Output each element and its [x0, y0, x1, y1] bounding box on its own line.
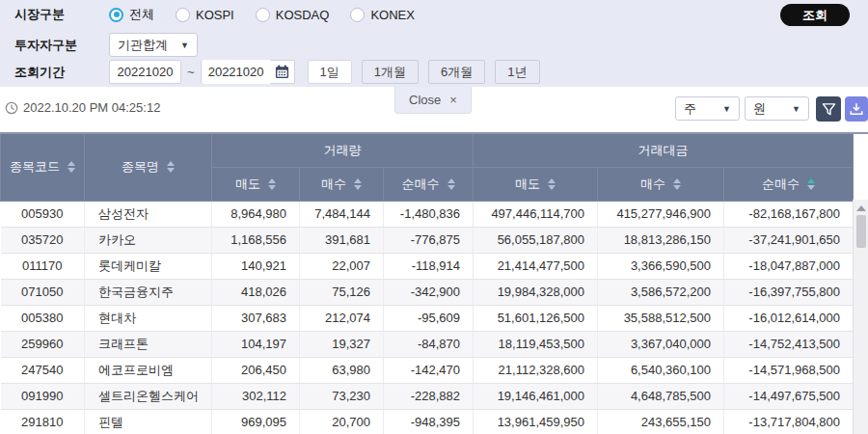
search-button[interactable]: 조회	[780, 4, 850, 26]
cell-val_net: -14,752,413,500	[724, 331, 854, 357]
table-body: 005930삼성전자8,964,9807,484,144-1,480,83649…	[1, 201, 854, 434]
cell-val_sell: 19,146,461,000	[474, 383, 598, 409]
cell-vol_sell: 104,197	[212, 331, 300, 357]
tab-close[interactable]: Close ×	[394, 87, 472, 114]
table-row[interactable]: 291810핀텔969,09520,700-948,39513,961,459,…	[1, 409, 854, 434]
cell-vol_sell: 140,921	[212, 253, 300, 279]
cell-vol_net: -118,914	[384, 253, 474, 279]
filter-button[interactable]	[816, 96, 841, 122]
scrollbar-thumb[interactable]	[856, 215, 866, 248]
cell-code: 035720	[1, 227, 85, 253]
clock-icon	[5, 101, 18, 115]
table-row[interactable]: 071050한국금융지주418,02675,126-342,90019,984,…	[1, 279, 854, 305]
cell-code: 259960	[1, 331, 85, 357]
radio-icon	[176, 8, 190, 22]
cell-val_net: -82,168,167,800	[724, 201, 854, 227]
cell-val_buy: 415,277,946,900	[598, 201, 724, 227]
table-row[interactable]: 091990셀트리온헬스케어302,11273,230-228,88219,14…	[1, 383, 854, 409]
cell-val_sell: 19,984,328,000	[474, 279, 598, 305]
radio-all[interactable]: 전체	[109, 6, 154, 23]
unit-currency-select[interactable]: 원 ▼	[745, 96, 809, 121]
table-row[interactable]: 005930삼성전자8,964,9807,484,144-1,480,83649…	[1, 201, 854, 227]
sort-icon[interactable]	[68, 161, 75, 173]
cell-vol_sell: 206,450	[212, 357, 300, 383]
market-type-label: 시장구분	[14, 6, 109, 23]
cell-code: 011170	[1, 253, 85, 279]
radio-kospi[interactable]: KOSPI	[176, 8, 234, 22]
cell-vol_sell: 969,095	[212, 409, 300, 434]
cell-val_buy: 3,366,590,500	[598, 253, 724, 279]
col-header-volume-net[interactable]: 순매수	[384, 167, 474, 201]
col-header-value-sell[interactable]: 매도	[474, 167, 598, 201]
sort-icon[interactable]	[354, 178, 362, 190]
cell-val_net: -13,717,804,800	[724, 409, 854, 434]
cell-vol_net: -142,470	[384, 357, 474, 383]
timestamp-text: 2022.10.20 PM 04:25:12	[23, 100, 160, 115]
download-button[interactable]	[845, 96, 868, 122]
date-separator: ~	[187, 65, 195, 79]
date-from-input[interactable]	[109, 60, 181, 84]
col-header-code[interactable]: 종목코드	[1, 133, 85, 201]
sort-icon-active[interactable]	[807, 178, 815, 190]
cell-name: 현대차	[85, 305, 212, 331]
cell-code: 291810	[1, 409, 85, 434]
investor-type-label: 투자자구분	[14, 37, 109, 54]
cell-vol_net: -776,875	[384, 227, 474, 253]
cell-vol_net: -948,395	[384, 409, 474, 434]
unit-share-select[interactable]: 주 ▼	[675, 96, 740, 121]
date-to-input[interactable]	[202, 60, 271, 84]
radio-konex[interactable]: KONEX	[350, 8, 415, 22]
cell-vol_net: -1,480,836	[384, 201, 474, 227]
cell-name: 크래프톤	[85, 331, 212, 357]
investor-type-select[interactable]: 기관합계 ▼	[109, 33, 198, 57]
cell-vol_buy: 20,700	[300, 409, 384, 434]
cell-val_sell: 13,961,459,950	[474, 409, 598, 434]
radio-konex-label: KONEX	[370, 8, 415, 22]
cell-val_buy: 3,586,572,200	[598, 279, 724, 305]
cell-vol_buy: 391,681	[300, 227, 384, 253]
col-header-value-buy[interactable]: 매수	[598, 167, 724, 201]
cell-val_buy: 35,588,512,500	[598, 305, 724, 331]
cell-val_net: -16,012,614,000	[724, 305, 854, 331]
close-icon[interactable]: ×	[449, 93, 457, 107]
col-header-volume-sell[interactable]: 매도	[212, 167, 300, 201]
scroll-up-arrow-icon[interactable]	[856, 205, 866, 211]
radio-kosdaq[interactable]: KOSDAQ	[256, 8, 330, 22]
calendar-icon[interactable]	[271, 61, 294, 83]
cell-code: 247540	[1, 357, 85, 383]
vertical-scrollbar[interactable]	[853, 200, 868, 434]
sort-icon[interactable]	[673, 178, 681, 190]
radio-kospi-label: KOSPI	[196, 8, 234, 22]
radio-icon	[109, 8, 123, 22]
table-row[interactable]: 247540에코프로비엠206,45063,980-142,47021,112,…	[1, 357, 854, 383]
col-header-value-net[interactable]: 순매수	[724, 167, 854, 201]
period-6month-button[interactable]: 6개월	[428, 60, 485, 84]
cell-val_net: -16,397,755,800	[724, 279, 854, 305]
col-header-name[interactable]: 종목명	[85, 133, 212, 201]
last-updated-timestamp: 2022.10.20 PM 04:25:12	[5, 100, 160, 115]
unit-currency-value: 원	[753, 100, 766, 118]
cell-val_sell: 51,601,126,500	[474, 305, 598, 331]
cell-vol_buy: 22,007	[300, 253, 384, 279]
sort-icon[interactable]	[548, 178, 556, 190]
sort-icon[interactable]	[268, 178, 276, 190]
period-1year-button[interactable]: 1년	[495, 60, 539, 84]
table-row[interactable]: 035720카카오1,168,556391,681-776,87556,055,…	[1, 227, 854, 253]
filter-icon	[822, 102, 836, 117]
cell-vol_buy: 73,230	[300, 383, 384, 409]
cell-vol_sell: 307,683	[212, 305, 300, 331]
cell-vol_buy: 63,980	[300, 357, 384, 383]
col-header-volume-buy[interactable]: 매수	[300, 167, 384, 201]
cell-name: 삼성전자	[85, 201, 212, 227]
table-row[interactable]: 005380현대차307,683212,074-95,60951,601,126…	[1, 305, 854, 331]
sort-icon[interactable]	[448, 178, 455, 190]
cell-val_net: -14,497,675,500	[724, 383, 854, 409]
period-1day-button[interactable]: 1일	[308, 60, 352, 84]
cell-val_net: -18,047,887,000	[724, 253, 854, 279]
period-1month-button[interactable]: 1개월	[362, 60, 419, 84]
table-row[interactable]: 259960크래프톤104,19719,327-84,87018,119,453…	[1, 331, 854, 357]
table-row[interactable]: 011170롯데케미칼140,92122,007-118,91421,414,4…	[1, 253, 854, 279]
cell-vol_sell: 418,026	[212, 279, 300, 305]
cell-vol_net: -342,900	[384, 279, 474, 305]
sort-icon[interactable]	[167, 161, 175, 173]
